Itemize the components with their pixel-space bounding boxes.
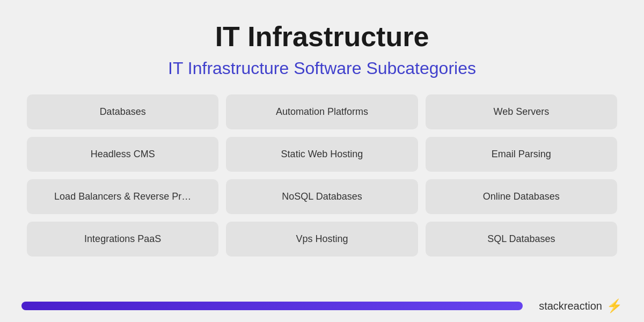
grid-item[interactable]: SQL Databases (426, 222, 617, 257)
progress-bar (21, 302, 523, 310)
grid-item[interactable]: Databases (27, 94, 218, 129)
subcategory-grid: DatabasesAutomation PlatformsWeb Servers… (27, 94, 617, 257)
grid-item[interactable]: Web Servers (426, 94, 617, 129)
lightning-icon: ⚡ (606, 298, 623, 313)
grid-item[interactable]: Vps Hosting (226, 222, 418, 257)
footer: stackreaction ⚡ (0, 290, 644, 322)
grid-item[interactable]: NoSQL Databases (226, 179, 418, 214)
grid-item[interactable]: Email Parsing (426, 137, 617, 172)
page-subtitle: IT Infrastructure Software Subcategories (168, 58, 476, 78)
brand-section: stackreaction ⚡ (539, 298, 623, 313)
page-title: IT Infrastructure (168, 21, 476, 52)
grid-item[interactable]: Headless CMS (27, 137, 218, 172)
grid-item[interactable]: Integrations PaaS (27, 222, 218, 257)
grid-item[interactable]: Load Balancers & Reverse Pr… (27, 179, 218, 214)
brand-name: stackreaction (539, 300, 602, 312)
grid-item[interactable]: Automation Platforms (226, 94, 418, 129)
header-section: IT Infrastructure IT Infrastructure Soft… (168, 0, 476, 78)
grid-item[interactable]: Static Web Hosting (226, 137, 418, 172)
grid-item[interactable]: Online Databases (426, 179, 617, 214)
